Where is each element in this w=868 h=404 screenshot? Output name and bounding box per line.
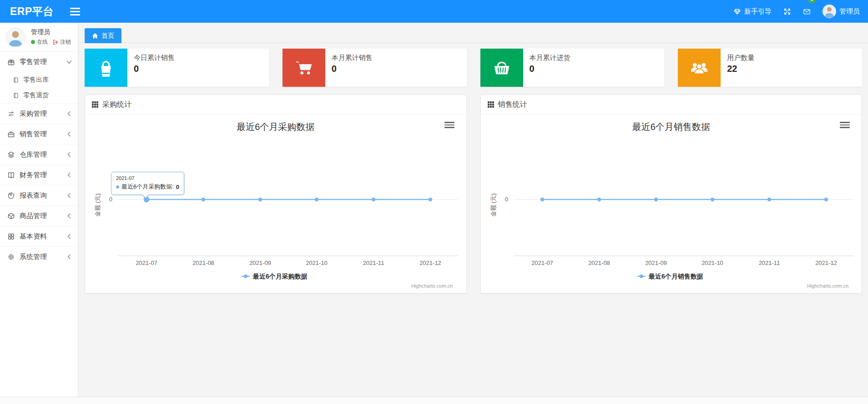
sales-chart: 最近6个月销售数据 0 金额 (元) 2021-0: [481, 115, 862, 293]
data-point[interactable]: [597, 198, 601, 201]
stat-card-value: 0: [332, 64, 373, 74]
chevron-down-icon: [66, 59, 72, 65]
newbie-guide-label: 新手引导: [744, 7, 772, 16]
fullscreen-button[interactable]: [783, 0, 791, 23]
stat-card-value: 0: [530, 64, 570, 74]
logout-label: 注销: [60, 38, 71, 46]
tooltip-arrow: [142, 194, 149, 198]
purchase-stats-panel: 采购统计 最近6个月采购数据 0: [85, 95, 467, 294]
mail-icon: [803, 8, 811, 15]
sidebar-item-label: 采购管理: [20, 110, 47, 118]
highcharts-credit: Highcharts.com.cn: [807, 283, 848, 289]
sidebar-item-sales[interactable]: 销售管理: [0, 124, 78, 144]
message-count-badge: 0: [808, 0, 815, 3]
sidebar-item-basic-data[interactable]: 基本资料: [0, 226, 78, 246]
x-tick-label: 2021-12: [419, 259, 441, 266]
sidebar-item-label: 财务管理: [20, 171, 47, 180]
user-menu[interactable]: 管理员: [823, 0, 860, 23]
stat-card-label: 今日累计销售: [134, 54, 175, 62]
x-tick-label: 2021-08: [588, 259, 610, 266]
sidebar-menu: 零售管理 零售出库 零售退货 采购管理 销售管理: [0, 52, 78, 267]
gem-icon: [733, 8, 741, 15]
stat-cards-row: 今日累计销售 0 本月累计销售 0 本月累计进货 0: [85, 49, 862, 87]
data-point[interactable]: [767, 198, 771, 201]
briefcase-icon: [7, 130, 15, 138]
sidebar-item-retail-out[interactable]: 零售出库: [0, 72, 78, 88]
sidebar-item-retail[interactable]: 零售管理: [0, 52, 78, 72]
avatar: [823, 5, 836, 18]
sidebar-item-purchase[interactable]: 采购管理: [0, 103, 78, 124]
data-point[interactable]: [540, 198, 544, 201]
chart-legend[interactable]: 最近6个月采购数据: [242, 273, 308, 280]
sidebar-toggle-icon[interactable]: [69, 6, 81, 17]
logout-button[interactable]: 注销: [52, 38, 71, 46]
data-point[interactable]: [315, 198, 318, 201]
sidebar-item-label: 系统管理: [20, 253, 47, 261]
x-tick-label: 2021-11: [758, 259, 780, 266]
y-axis-title: 金额 (元): [490, 193, 497, 216]
sidebar-user-name: 管理员: [31, 28, 50, 36]
newbie-guide-button[interactable]: 新手引导: [733, 0, 772, 23]
sidebar-item-products[interactable]: 商品管理: [0, 205, 78, 226]
main-content: 首页 今日累计销售 0 本月累计销售 0: [78, 23, 868, 397]
line-plot: 0 金额 (元) 2021-07 2021-08 2021-09 2021-10…: [481, 115, 862, 293]
chevron-left-icon: [66, 192, 72, 199]
x-tick-label: 2021-10: [701, 259, 723, 266]
stat-card-body: 本月累计进货 0: [523, 49, 577, 87]
chevron-left-icon: [66, 213, 72, 219]
sidebar-item-reports[interactable]: 报表查询: [0, 185, 78, 205]
sidebar: 管理员 在线 注销 零售管理 零售出库: [0, 23, 78, 397]
sidebar-user-panel: 管理员 在线 注销: [0, 23, 78, 52]
app-logo[interactable]: ERP平台: [10, 0, 54, 23]
x-tick-label: 2021-09: [249, 259, 271, 266]
x-tick-label: 2021-11: [363, 259, 384, 266]
data-point[interactable]: [654, 198, 657, 201]
data-point[interactable]: [372, 198, 375, 201]
x-tick-label: 2021-10: [306, 259, 328, 266]
box-icon: [7, 212, 15, 220]
sidebar-item-retail-return[interactable]: 零售退货: [0, 88, 78, 103]
sidebar-subitem-label: 零售出库: [23, 76, 49, 84]
doc-icon: [13, 92, 19, 99]
panel-header: 采购统计: [85, 95, 466, 115]
tooltip-series-label: 最近6个月采购数据:: [121, 183, 174, 191]
exchange-icon: [7, 110, 15, 118]
sign-out-icon: [52, 39, 59, 45]
tab-home-label: 首页: [101, 32, 114, 40]
data-point[interactable]: [202, 198, 205, 201]
x-tick-label: 2021-07: [531, 259, 553, 266]
data-point[interactable]: [258, 198, 262, 201]
shopping-basket-icon: [480, 49, 523, 87]
panel-header: 销售统计: [481, 95, 862, 115]
y-tick-label: 0: [109, 196, 112, 203]
tooltip-value: 0: [176, 184, 179, 190]
stat-card-user-count: 用户数量 22: [678, 49, 862, 87]
th-grid-icon: [92, 101, 98, 108]
data-point[interactable]: [710, 198, 714, 201]
sidebar-item-warehouse[interactable]: 仓库管理: [0, 144, 78, 165]
chevron-left-icon: [66, 131, 72, 137]
erp-dashboard: ERP平台 新手引导 0 管理员: [0, 0, 868, 404]
stat-card-label: 用户数量: [727, 54, 754, 62]
top-navbar: ERP平台 新手引导 0 管理员: [0, 0, 868, 23]
book-icon: [7, 171, 15, 179]
layers-icon: [7, 151, 15, 159]
messages-button[interactable]: 0: [803, 0, 811, 23]
chevron-left-icon: [66, 254, 72, 260]
users-icon: [678, 49, 721, 87]
charts-row: 采购统计 最近6个月采购数据 0: [85, 95, 862, 294]
stat-card-today-sales: 今日累计销售 0: [85, 49, 269, 87]
tab-bar: 首页: [78, 23, 868, 43]
pie-chart-icon: [7, 192, 15, 200]
sidebar-item-finance[interactable]: 财务管理: [0, 165, 78, 185]
chevron-left-icon: [66, 233, 72, 239]
navbar-user-name: 管理员: [839, 7, 860, 16]
shopping-cart-icon: [283, 49, 325, 87]
chart-legend[interactable]: 最近6个月销售数据: [637, 273, 703, 280]
series-marker-icon: [116, 185, 119, 189]
sidebar-item-system[interactable]: 系统管理: [0, 246, 78, 267]
data-point[interactable]: [429, 198, 432, 201]
stat-card-body: 本月累计销售 0: [325, 49, 379, 87]
tab-home[interactable]: 首页: [85, 28, 121, 43]
data-point[interactable]: [824, 198, 828, 201]
